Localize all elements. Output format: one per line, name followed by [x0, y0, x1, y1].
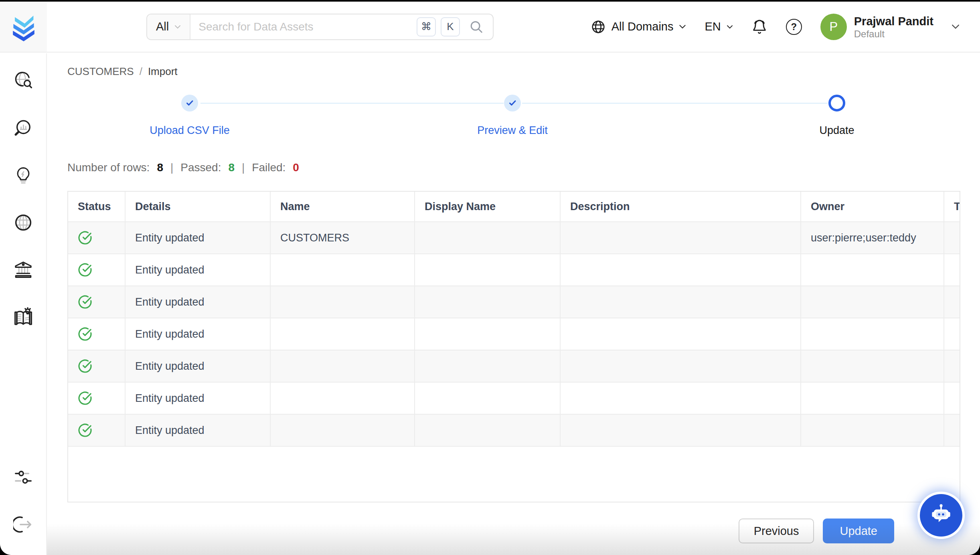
cell-details: Entity updated: [125, 286, 270, 318]
success-check-icon: [78, 359, 92, 373]
chevron-down-icon: [951, 24, 960, 29]
search-scope-select[interactable]: All: [147, 14, 190, 39]
top-navigation-bar: All ⌘ K All Domains EN: [0, 2, 980, 53]
breadcrumb-entity[interactable]: CUSTOMERS: [67, 65, 134, 78]
cell-status: [68, 286, 125, 318]
app-logo[interactable]: [0, 2, 47, 52]
cell-owner: [801, 382, 944, 414]
cell-tags: [944, 254, 960, 286]
stats-separator: |: [170, 161, 173, 174]
step-upload-label: Upload CSV File: [150, 124, 230, 137]
sidebar-item-settings[interactable]: [13, 467, 34, 488]
table-body: Entity updatedCUSTOMERSuser:pierre;user:…: [68, 222, 960, 446]
check-icon: [508, 99, 517, 107]
cell-details: Entity updated: [125, 350, 270, 382]
success-check-icon: [78, 327, 92, 341]
breadcrumb-separator: /: [140, 65, 142, 78]
explore-icon: [13, 71, 33, 91]
avatar: P: [820, 14, 847, 40]
help-glyph: ?: [791, 21, 797, 32]
cell-status: [68, 318, 125, 350]
user-menu[interactable]: P Prajwal Pandit Default: [820, 14, 960, 40]
stats-separator: |: [242, 161, 245, 174]
domains-globe-icon: [13, 213, 33, 233]
cell-details: Entity updated: [125, 222, 270, 254]
rows-value: 8: [157, 161, 163, 174]
cell-name: [270, 382, 415, 414]
sidebar-item-glossary[interactable]: [13, 307, 34, 328]
all-domains-dropdown[interactable]: All Domains: [591, 19, 686, 34]
success-check-icon: [78, 391, 92, 405]
passed-value: 8: [228, 161, 235, 174]
user-team: Default: [854, 28, 933, 40]
avatar-initial: P: [829, 20, 838, 34]
sidebar-item-logout[interactable]: [13, 514, 34, 535]
kbd-cmd-badge: ⌘: [417, 17, 436, 36]
search-icon[interactable]: [469, 19, 484, 34]
cell-tags: [944, 318, 960, 350]
cell-display_name: [415, 350, 560, 382]
column-header-tags: Tags: [944, 192, 960, 222]
import-stepper: Upload CSV File Preview & Edit Update: [67, 95, 960, 145]
user-name: Prajwal Pandit: [854, 14, 933, 28]
step-update-circle: [828, 95, 845, 111]
cell-description: [560, 414, 801, 446]
sidebar-item-observability[interactable]: [13, 117, 34, 138]
assistant-chat-button[interactable]: [920, 494, 962, 537]
kbd-k-badge: K: [441, 17, 460, 36]
cell-tags: [944, 414, 960, 446]
lightbulb-bolt-icon: [14, 166, 33, 185]
search-input[interactable]: [190, 20, 417, 33]
success-check-icon: [78, 295, 92, 309]
column-header-display-name: Display Name: [415, 192, 560, 222]
cell-name: CUSTOMERS: [270, 222, 415, 254]
success-check-icon: [78, 231, 92, 245]
column-header-description: Description: [560, 192, 801, 222]
cell-description: [560, 382, 801, 414]
cell-name: [270, 414, 415, 446]
sidebar-item-insights[interactable]: [13, 165, 34, 186]
cell-description: [560, 350, 801, 382]
failed-label: Failed:: [252, 161, 285, 174]
table-row: Entity updated: [68, 286, 960, 318]
chevron-down-icon: [727, 25, 733, 29]
main-content: CUSTOMERS / Import Upload CSV File Previ…: [47, 53, 980, 555]
sliders-icon: [13, 467, 33, 487]
cell-status: [68, 222, 125, 254]
cell-description: [560, 286, 801, 318]
sidebar-item-govern[interactable]: [13, 259, 34, 280]
cell-tags: [944, 350, 960, 382]
update-button[interactable]: Update: [823, 519, 894, 543]
table-row: Entity updated: [68, 414, 960, 446]
rows-label: Number of rows:: [67, 161, 150, 174]
language-selector[interactable]: EN: [705, 20, 733, 33]
cell-owner: [801, 254, 944, 286]
notifications-button[interactable]: [751, 19, 767, 35]
previous-button[interactable]: Previous: [739, 519, 814, 543]
cell-display_name: [415, 382, 560, 414]
bell-icon: [751, 19, 767, 35]
cell-details: Entity updated: [125, 318, 270, 350]
cell-status: [68, 382, 125, 414]
left-sidebar: [0, 53, 47, 555]
table-row: Entity updated: [68, 318, 960, 350]
sidebar-item-explore[interactable]: [13, 70, 34, 91]
search-scope-value: All: [156, 20, 169, 33]
logout-icon: [13, 514, 33, 535]
table-header-row: StatusDetailsNameDisplay NameDescription…: [68, 192, 960, 222]
chevron-down-icon: [679, 24, 686, 29]
cell-name: [270, 286, 415, 318]
topbar-right-cluster: All Domains EN ?: [591, 14, 980, 40]
user-info: Prajwal Pandit Default: [854, 14, 933, 40]
sidebar-item-domains[interactable]: [13, 212, 34, 233]
stepper-connector: [200, 103, 504, 104]
cell-display_name: [415, 222, 560, 254]
cell-description: [560, 254, 801, 286]
help-button[interactable]: ?: [786, 19, 802, 35]
global-search: All ⌘ K: [146, 14, 494, 40]
import-results-table-container[interactable]: StatusDetailsNameDisplay NameDescription…: [67, 191, 960, 502]
cell-tags: [944, 286, 960, 318]
breadcrumb-current: Import: [148, 65, 178, 78]
cell-name: [270, 318, 415, 350]
cell-name: [270, 254, 415, 286]
